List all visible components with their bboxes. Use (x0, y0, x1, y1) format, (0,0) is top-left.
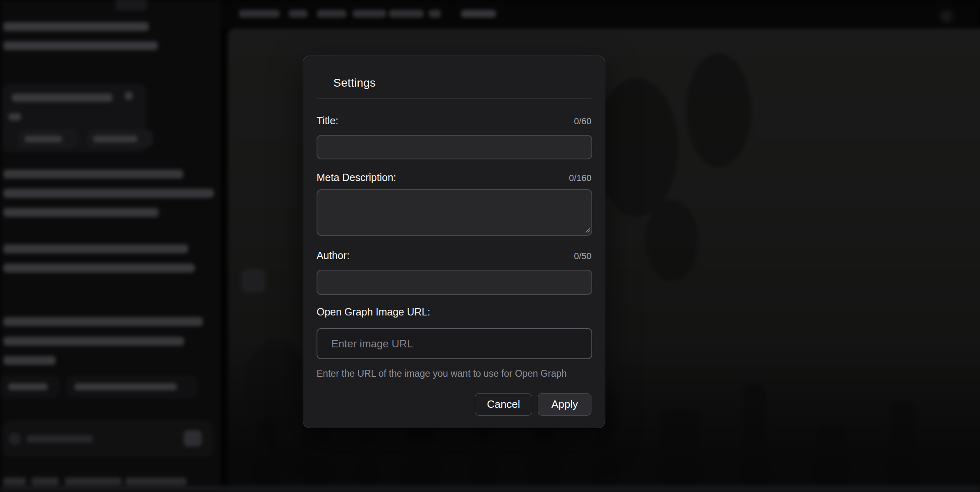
cancel-button[interactable]: Cancel (475, 393, 532, 416)
dialog-title: Settings (333, 76, 591, 89)
title-input[interactable] (317, 135, 592, 159)
title-counter: 0/60 (574, 116, 591, 127)
author-label: Author: (317, 250, 350, 262)
author-counter: 0/50 (574, 251, 591, 262)
apply-button[interactable]: Apply (538, 393, 591, 416)
author-input[interactable] (317, 270, 592, 295)
og-image-url-helper: Enter the URL of the image you want to u… (317, 368, 591, 379)
meta-description-label: Meta Description: (317, 172, 396, 183)
og-image-url-label: Open Graph Image URL: (317, 306, 430, 318)
title-label: Title: (317, 115, 338, 127)
app-screen: Settings Title: 0/60 Meta Description: 0… (0, 0, 980, 492)
meta-description-counter: 0/160 (569, 173, 591, 183)
settings-dialog: Settings Title: 0/60 Meta Description: 0… (303, 56, 605, 428)
og-image-url-input[interactable] (317, 328, 592, 359)
dialog-separator (317, 98, 591, 98)
meta-description-textarea[interactable] (317, 189, 592, 236)
resize-handle-icon[interactable] (583, 226, 590, 233)
